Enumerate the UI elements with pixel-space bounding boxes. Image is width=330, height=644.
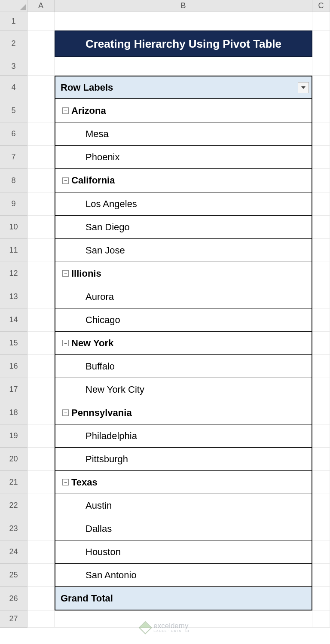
row-header[interactable]: 7 bbox=[0, 146, 28, 169]
row-header[interactable]: 2 bbox=[0, 31, 28, 57]
cell[interactable] bbox=[28, 122, 55, 146]
cell[interactable] bbox=[28, 169, 55, 192]
pivot-item-row[interactable]: Houston bbox=[55, 540, 312, 564]
pivot-item-row[interactable]: Pittsburgh bbox=[55, 448, 312, 471]
pivot-item-row[interactable]: Phoenix bbox=[55, 146, 312, 169]
collapse-icon[interactable]: − bbox=[62, 340, 69, 346]
cell[interactable] bbox=[28, 192, 55, 216]
row-header[interactable]: 26 bbox=[0, 587, 28, 610]
cell[interactable] bbox=[312, 192, 330, 216]
cell[interactable] bbox=[312, 332, 330, 355]
cell[interactable] bbox=[28, 332, 55, 355]
cell[interactable] bbox=[28, 57, 55, 76]
cell[interactable] bbox=[28, 494, 55, 517]
cell[interactable] bbox=[28, 76, 55, 99]
pivot-group-row[interactable]: −Pennsylvania bbox=[55, 401, 312, 424]
cell[interactable] bbox=[312, 448, 330, 471]
row-header[interactable]: 21 bbox=[0, 471, 28, 494]
row-header[interactable]: 20 bbox=[0, 448, 28, 471]
collapse-icon[interactable]: − bbox=[62, 107, 69, 114]
pivot-item-row[interactable]: Austin bbox=[55, 494, 312, 517]
cell[interactable] bbox=[28, 517, 55, 540]
row-header[interactable]: 16 bbox=[0, 355, 28, 378]
row-header[interactable]: 14 bbox=[0, 308, 28, 332]
row-header[interactable]: 13 bbox=[0, 285, 28, 308]
pivot-row-labels-header[interactable]: Row Labels bbox=[55, 76, 312, 99]
cell[interactable] bbox=[28, 355, 55, 378]
cell[interactable] bbox=[28, 424, 55, 448]
cell[interactable] bbox=[28, 285, 55, 308]
cell[interactable] bbox=[28, 471, 55, 494]
row-header[interactable]: 11 bbox=[0, 239, 28, 262]
row-header[interactable]: 25 bbox=[0, 564, 28, 587]
cell[interactable] bbox=[55, 57, 312, 76]
row-header[interactable]: 1 bbox=[0, 12, 28, 31]
pivot-group-row[interactable]: −Arizona bbox=[55, 99, 312, 122]
cell[interactable] bbox=[28, 239, 55, 262]
cell[interactable] bbox=[312, 471, 330, 494]
cell[interactable] bbox=[28, 587, 55, 610]
cell[interactable] bbox=[28, 540, 55, 564]
collapse-icon[interactable]: − bbox=[62, 479, 69, 485]
collapse-icon[interactable]: − bbox=[62, 177, 69, 184]
pivot-item-row[interactable]: San Diego bbox=[55, 216, 312, 239]
row-header[interactable]: 12 bbox=[0, 262, 28, 285]
cell[interactable] bbox=[312, 610, 330, 628]
cell[interactable] bbox=[312, 285, 330, 308]
page-title[interactable]: Creating Hierarchy Using Pivot Table bbox=[55, 31, 312, 57]
cell[interactable] bbox=[28, 378, 55, 401]
row-header[interactable]: 9 bbox=[0, 192, 28, 216]
row-header[interactable]: 6 bbox=[0, 122, 28, 146]
pivot-group-row[interactable]: −Texas bbox=[55, 471, 312, 494]
cell[interactable] bbox=[312, 378, 330, 401]
pivot-item-row[interactable]: Chicago bbox=[55, 308, 312, 332]
column-header[interactable]: B bbox=[55, 0, 312, 12]
cell[interactable] bbox=[312, 587, 330, 610]
pivot-group-row[interactable]: −Illionis bbox=[55, 262, 312, 285]
collapse-icon[interactable]: − bbox=[62, 409, 69, 416]
cell[interactable] bbox=[312, 239, 330, 262]
pivot-item-row[interactable]: San Antonio bbox=[55, 564, 312, 587]
pivot-item-row[interactable]: Los Angeles bbox=[55, 192, 312, 216]
cell[interactable] bbox=[312, 122, 330, 146]
select-all-corner[interactable] bbox=[0, 0, 28, 12]
cell[interactable] bbox=[28, 262, 55, 285]
row-header[interactable]: 22 bbox=[0, 494, 28, 517]
row-header[interactable]: 8 bbox=[0, 169, 28, 192]
cell[interactable] bbox=[312, 76, 330, 99]
row-header[interactable]: 5 bbox=[0, 99, 28, 122]
pivot-item-row[interactable]: New York City bbox=[55, 378, 312, 401]
cell[interactable] bbox=[312, 355, 330, 378]
pivot-item-row[interactable]: San Jose bbox=[55, 239, 312, 262]
row-header[interactable]: 19 bbox=[0, 424, 28, 448]
pivot-item-row[interactable]: Aurora bbox=[55, 285, 312, 308]
cell[interactable] bbox=[28, 564, 55, 587]
filter-dropdown-icon[interactable] bbox=[298, 82, 309, 93]
cell[interactable] bbox=[312, 401, 330, 424]
pivot-item-row[interactable]: Buffalo bbox=[55, 355, 312, 378]
collapse-icon[interactable]: − bbox=[62, 270, 69, 277]
cell[interactable] bbox=[28, 401, 55, 424]
cell[interactable] bbox=[312, 216, 330, 239]
cell[interactable] bbox=[28, 610, 55, 628]
row-header[interactable]: 10 bbox=[0, 216, 28, 239]
row-header[interactable]: 3 bbox=[0, 57, 28, 76]
column-header[interactable]: C bbox=[312, 0, 330, 12]
row-header[interactable]: 24 bbox=[0, 540, 28, 564]
cell[interactable] bbox=[312, 564, 330, 587]
row-header[interactable]: 18 bbox=[0, 401, 28, 424]
cell[interactable] bbox=[312, 494, 330, 517]
column-header[interactable]: A bbox=[28, 0, 55, 12]
pivot-item-row[interactable]: Philadelphia bbox=[55, 424, 312, 448]
cell[interactable] bbox=[28, 31, 55, 57]
cell[interactable] bbox=[55, 12, 312, 31]
row-header[interactable]: 23 bbox=[0, 517, 28, 540]
cell[interactable] bbox=[312, 57, 330, 76]
cell[interactable] bbox=[28, 216, 55, 239]
cell[interactable] bbox=[28, 12, 55, 31]
cell[interactable] bbox=[28, 308, 55, 332]
pivot-item-row[interactable]: Dallas bbox=[55, 517, 312, 540]
cell[interactable] bbox=[312, 99, 330, 122]
cell[interactable] bbox=[312, 540, 330, 564]
pivot-group-row[interactable]: −California bbox=[55, 169, 312, 192]
